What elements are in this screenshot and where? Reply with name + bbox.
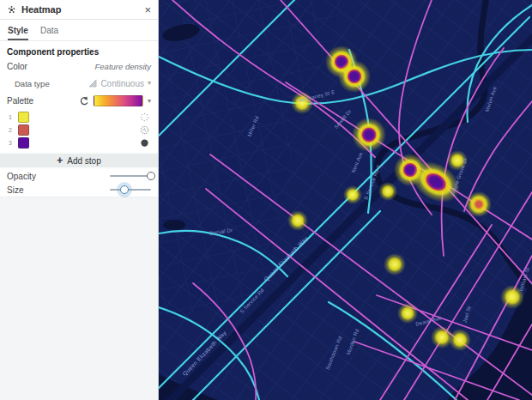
heat-point-yellow [384, 253, 406, 276]
continuous-icon [88, 79, 97, 88]
app-window: Heatmap × Style Data Component propertie… [0, 0, 532, 400]
size-slider-track[interactable] [110, 189, 151, 191]
heatmap-icon [7, 5, 16, 15]
map-svg: McCraney St EMiller RdSewell DrKent AveS… [159, 0, 532, 400]
palette-gradient[interactable] [94, 95, 143, 106]
tab-bar: Style Data [0, 20, 158, 41]
palette-row: Palette ▾ [0, 93, 158, 109]
data-type-value: Continuous [100, 79, 144, 88]
heat-point-yellow [378, 182, 397, 201]
color-value[interactable]: Feature density [95, 62, 151, 71]
size-slider-handle[interactable] [120, 185, 129, 194]
data-type-label: Data type [7, 79, 50, 88]
add-stop-button[interactable]: + Add stop [0, 154, 158, 167]
data-type-row: Data type Continuous ▾ [0, 74, 158, 93]
heat-point-purple [352, 118, 386, 152]
color-row: Color Feature density [0, 59, 158, 74]
reverse-palette-icon[interactable] [79, 96, 89, 106]
stop-density-icon[interactable] [140, 112, 149, 122]
opacity-slider[interactable] [110, 170, 151, 182]
stop-color-swatch[interactable] [18, 137, 29, 148]
heat-point-red [466, 191, 492, 217]
panel-header: Heatmap × [0, 0, 158, 20]
section-title: Component properties [0, 41, 158, 59]
panel-empty-area [0, 197, 158, 400]
heat-point-yellow [397, 303, 418, 324]
heat-point-yellow [343, 185, 362, 204]
data-type-select[interactable]: Continuous ▾ [88, 79, 151, 88]
pond [163, 220, 185, 230]
chevron-down-icon: ▾ [148, 80, 151, 87]
map-canvas[interactable]: McCraney St EMiller RdSewell DrKent AveS… [159, 0, 532, 400]
palette-stop-list: 123 [0, 109, 158, 152]
plus-icon: + [57, 155, 63, 166]
palette-chevron-down-icon[interactable]: ▾ [148, 98, 151, 105]
panel-title: Heatmap [21, 4, 144, 15]
size-row: Size [0, 183, 158, 197]
tab-style[interactable]: Style [8, 26, 28, 40]
opacity-row: Opacity [0, 169, 158, 183]
heat-point-purple [338, 60, 371, 93]
opacity-slider-track[interactable] [110, 175, 151, 177]
stop-index: 2 [9, 127, 15, 133]
size-slider[interactable] [110, 184, 151, 196]
stop-color-swatch[interactable] [18, 124, 29, 136]
stop-index: 1 [9, 114, 15, 120]
palette-stop-row: 2 [0, 124, 158, 136]
opacity-label: Opacity [7, 172, 110, 181]
size-label: Size [7, 185, 110, 195]
color-label: Color [7, 62, 27, 71]
heat-point-yellow [287, 210, 308, 231]
close-icon[interactable]: × [144, 4, 151, 15]
opacity-slider-handle[interactable] [147, 172, 155, 180]
stop-density-icon[interactable] [140, 125, 149, 135]
add-stop-label: Add stop [67, 156, 100, 166]
tab-data[interactable]: Data [40, 26, 58, 40]
palette-stop-row: 1 [0, 111, 158, 124]
heatmap-panel: Heatmap × Style Data Component propertie… [0, 0, 159, 400]
stop-color-swatch[interactable] [18, 112, 29, 123]
heat-point-yellow [449, 329, 471, 351]
palette-stop-row: 3 [0, 136, 158, 149]
palette-label: Palette [7, 96, 33, 106]
stop-index: 3 [9, 140, 15, 146]
stop-density-icon[interactable] [140, 138, 149, 148]
